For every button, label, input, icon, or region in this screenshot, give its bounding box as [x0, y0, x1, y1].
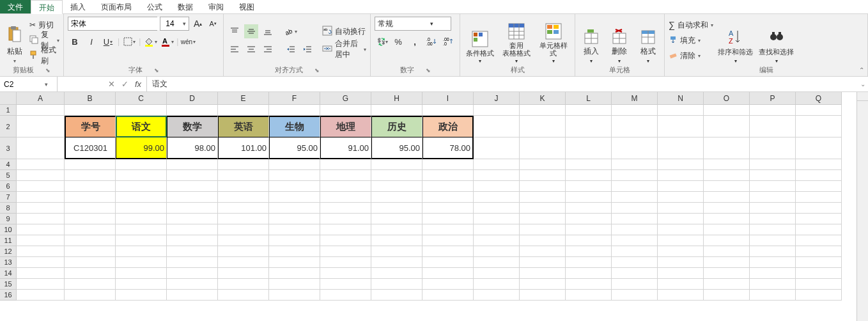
cell[interactable] [796, 105, 842, 116]
decrease-decimal-icon[interactable]: .00.0 [441, 35, 455, 49]
cell[interactable] [65, 235, 116, 246]
table-header[interactable]: 地理 [320, 116, 371, 137]
cell[interactable] [422, 257, 474, 268]
percent-icon[interactable]: % [391, 35, 405, 49]
cell[interactable] [658, 235, 704, 246]
cell[interactable] [520, 246, 566, 257]
cell[interactable] [65, 257, 116, 268]
orientation-icon[interactable]: ab [284, 24, 298, 38]
cell[interactable] [704, 279, 750, 290]
format-as-table-button[interactable]: 套用 表格格式▾ [500, 17, 532, 64]
cell[interactable] [750, 268, 796, 279]
cell[interactable] [520, 214, 566, 224]
row-header[interactable]: 10 [0, 224, 17, 235]
cell[interactable] [422, 181, 474, 192]
cell[interactable] [520, 268, 566, 279]
cell[interactable] [320, 203, 371, 214]
cell[interactable] [566, 214, 612, 224]
col-header[interactable]: M [612, 92, 658, 105]
cell[interactable] [704, 203, 750, 214]
cell[interactable] [167, 268, 218, 279]
row-header[interactable]: 7 [0, 192, 17, 203]
cell[interactable] [218, 290, 269, 301]
alignment-dialog-launcher[interactable]: ⬊ [314, 67, 320, 74]
col-header[interactable]: F [269, 92, 320, 105]
font-size-combo[interactable]: ▾ [160, 17, 189, 31]
cell[interactable] [167, 224, 218, 235]
cell[interactable] [704, 181, 750, 192]
expand-formula-bar-icon[interactable]: ⌄ [860, 81, 865, 88]
cell[interactable] [520, 235, 566, 246]
cell[interactable] [612, 170, 658, 181]
col-header[interactable]: D [167, 92, 218, 105]
cell[interactable] [269, 235, 320, 246]
cell[interactable] [750, 137, 796, 159]
row-header[interactable]: 15 [0, 279, 17, 290]
row-header[interactable]: 11 [0, 235, 17, 246]
cell[interactable] [269, 170, 320, 181]
cell[interactable] [167, 246, 218, 257]
cell[interactable] [116, 257, 167, 268]
cell[interactable] [320, 192, 371, 203]
cell[interactable] [17, 137, 65, 159]
cell[interactable] [566, 290, 612, 301]
cell[interactable] [116, 290, 167, 301]
table-header[interactable]: 政治 [422, 116, 474, 137]
cell[interactable] [167, 192, 218, 203]
tab-page-layout[interactable]: 页面布局 [93, 0, 139, 13]
cell[interactable] [474, 224, 520, 235]
cell[interactable] [65, 224, 116, 235]
border-button[interactable] [122, 35, 136, 49]
font-name-input[interactable] [68, 17, 169, 30]
name-box-arrow[interactable]: ▾ [45, 81, 50, 88]
cell[interactable] [704, 192, 750, 203]
italic-button[interactable]: I [84, 35, 98, 49]
cell[interactable] [218, 279, 269, 290]
cell[interactable] [704, 116, 750, 137]
cell[interactable] [371, 159, 422, 170]
cell[interactable] [658, 137, 704, 159]
cell[interactable] [474, 279, 520, 290]
cell[interactable] [658, 268, 704, 279]
cell[interactable] [658, 105, 704, 116]
tab-review[interactable]: 审阅 [201, 0, 231, 13]
cell[interactable] [218, 203, 269, 214]
cell[interactable] [167, 170, 218, 181]
cell[interactable] [167, 203, 218, 214]
cell[interactable] [218, 159, 269, 170]
row-header[interactable]: 3 [0, 137, 17, 159]
underline-button[interactable]: U [101, 35, 115, 49]
cell[interactable] [269, 214, 320, 224]
cell[interactable] [750, 246, 796, 257]
cell[interactable] [320, 235, 371, 246]
tab-formula[interactable]: 公式 [139, 0, 170, 13]
cell[interactable] [320, 290, 371, 301]
cell[interactable] [116, 246, 167, 257]
cell[interactable] [65, 192, 116, 203]
cell[interactable] [422, 246, 474, 257]
cell[interactable] [371, 170, 422, 181]
align-top-icon[interactable] [228, 24, 242, 38]
align-middle-icon[interactable] [244, 24, 258, 38]
table-cell[interactable]: 95.00 [269, 137, 320, 159]
table-cell[interactable]: 95.00 [371, 137, 422, 159]
cell[interactable] [17, 279, 65, 290]
cell[interactable] [269, 105, 320, 116]
col-header[interactable]: Q [796, 92, 842, 105]
cell[interactable] [65, 246, 116, 257]
cell[interactable] [422, 159, 474, 170]
cell[interactable] [474, 181, 520, 192]
cell[interactable] [371, 214, 422, 224]
cell[interactable] [371, 268, 422, 279]
cell[interactable] [269, 246, 320, 257]
cell[interactable] [474, 203, 520, 214]
cell[interactable] [371, 105, 422, 116]
cell[interactable] [422, 170, 474, 181]
cell[interactable] [658, 192, 704, 203]
cell[interactable] [167, 159, 218, 170]
decrease-indent-icon[interactable] [284, 42, 298, 56]
cell[interactable] [750, 235, 796, 246]
cell[interactable] [320, 257, 371, 268]
col-header[interactable]: L [566, 92, 612, 105]
cell[interactable] [167, 181, 218, 192]
